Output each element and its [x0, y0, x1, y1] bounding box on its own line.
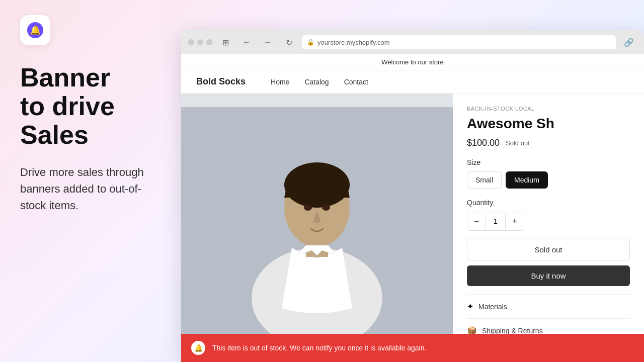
bell-icon: 🔔	[27, 22, 43, 38]
product-title: Awesome Sh	[467, 116, 630, 132]
app-icon: 🔔	[20, 15, 50, 45]
traffic-light-maximize[interactable]	[206, 39, 212, 45]
left-panel: 🔔 Bannerto driveSales Drive more sales t…	[0, 0, 181, 362]
address-bar[interactable]: 🔒 yourstore.myshopify.com	[302, 35, 616, 49]
nav-contact[interactable]: Contact	[344, 78, 368, 86]
materials-label: Materials	[478, 303, 630, 311]
notification-message: This item is out of stock. We can notify…	[212, 344, 426, 352]
announcement-bar: Welcome to our store	[181, 54, 644, 70]
description: Drive more sales through banners added t…	[20, 164, 161, 214]
svg-point-5	[304, 205, 312, 211]
notification-bell-icon: 🔔	[191, 341, 205, 355]
announcement-text: Welcome to our store	[381, 58, 443, 66]
materials-accordion[interactable]: ✦ Materials	[467, 294, 630, 318]
notification-banner: 🔔 This item is out of stock. We can noti…	[181, 334, 644, 362]
store-nav: Bold Socks Home Catalog Contact	[181, 70, 644, 94]
product-image-container	[181, 94, 453, 362]
size-label: Size	[467, 158, 630, 166]
share-button[interactable]: 🔗	[621, 35, 637, 49]
lock-icon: 🔒	[307, 39, 314, 46]
product-image	[181, 94, 453, 362]
materials-icon: ✦	[467, 302, 473, 311]
product-price: $100.00	[467, 138, 500, 148]
traffic-lights	[188, 39, 212, 45]
product-area: BACK-IN-STOCK·LOCAL Awesome Sh $100.00 S…	[181, 94, 644, 362]
product-badge: BACK-IN-STOCK·LOCAL	[467, 106, 630, 112]
quantity-increase-button[interactable]: +	[506, 212, 524, 230]
address-text: yourstore.myshopify.com	[317, 39, 390, 46]
traffic-light-close[interactable]	[188, 39, 194, 45]
sold-out-badge: Sold out	[506, 139, 530, 147]
sidebar-toggle-button[interactable]: ⊞	[217, 35, 233, 49]
quantity-label: Quantity	[467, 199, 630, 207]
browser-toolbar: ⊞ ← → ↻ 🔒 yourstore.myshopify.com 🔗	[181, 30, 644, 54]
quantity-value: 1	[486, 213, 506, 229]
browser-window: ⊞ ← → ↻ 🔒 yourstore.myshopify.com 🔗 Welc…	[181, 30, 644, 362]
size-small[interactable]: Small	[467, 171, 502, 189]
size-options: Small Medium	[467, 171, 630, 189]
traffic-light-minimize[interactable]	[197, 39, 203, 45]
quantity-row: − 1 +	[467, 212, 524, 231]
nav-home[interactable]: Home	[271, 78, 289, 86]
product-details: BACK-IN-STOCK·LOCAL Awesome Sh $100.00 S…	[453, 94, 644, 362]
quantity-decrease-button[interactable]: −	[467, 212, 486, 230]
sold-out-button[interactable]: Sold out	[467, 239, 630, 260]
back-button[interactable]: ←	[238, 35, 255, 49]
browser-content: Welcome to our store Bold Socks Home Cat…	[181, 54, 644, 362]
size-medium[interactable]: Medium	[506, 171, 548, 189]
nav-catalog[interactable]: Catalog	[304, 78, 329, 86]
forward-button[interactable]: →	[260, 35, 276, 49]
svg-point-6	[322, 205, 330, 211]
refresh-button[interactable]: ↻	[281, 35, 297, 49]
store-logo: Bold Socks	[196, 76, 246, 87]
buy-now-button[interactable]: Buy it now	[467, 265, 630, 286]
price-row: $100.00 Sold out	[467, 138, 630, 148]
headline: Bannerto driveSales	[20, 63, 161, 150]
